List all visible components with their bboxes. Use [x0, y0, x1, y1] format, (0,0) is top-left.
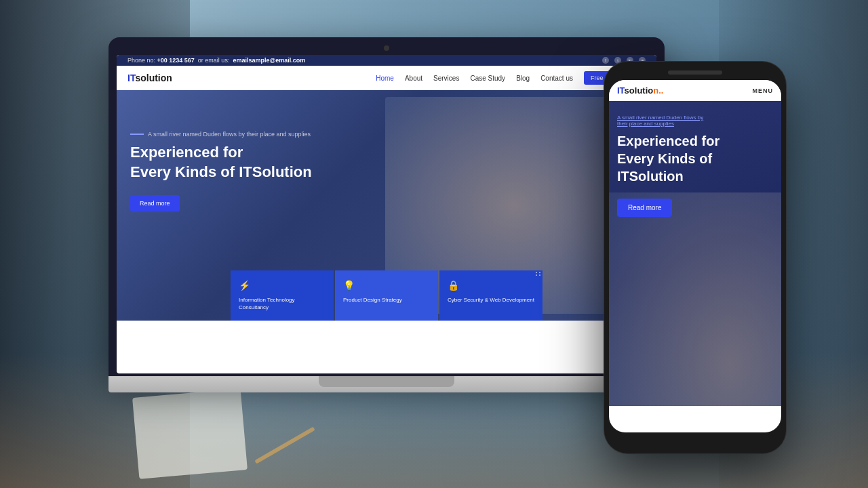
service-cards: ⚡ Information Technology Consultancy 💡 P… — [231, 270, 542, 321]
service-icon-it: ⚡ — [239, 280, 326, 291]
laptop-base — [108, 376, 665, 392]
phone-hero-title: Experienced for Every Kinds of ITSolutio… — [617, 132, 773, 185]
service-icon-security: 🔒 — [448, 280, 534, 291]
service-card-it: ⚡ Information Technology Consultancy — [231, 270, 334, 321]
phone-logo: ITsolution.. — [617, 85, 663, 96]
laptop-readmore-button[interactable]: Read more — [130, 195, 180, 211]
phone-menu-button[interactable]: MENU — [753, 87, 774, 94]
email-address: emailsample@email.com — [233, 57, 305, 64]
phone-hero-image — [609, 192, 781, 406]
phone-hero-content: A small river named Duden flows by their… — [617, 115, 773, 217]
nav-casestudy[interactable]: Case Study — [470, 75, 505, 82]
phone-logo-sol: solutio — [625, 85, 654, 96]
hero-title-line2: Every Kinds of ITSolution — [130, 163, 312, 180]
topbar-phone: Phone no: +00 1234 567 or email us: emai… — [127, 57, 305, 64]
service-title-security: Cyber Security & Web Development — [448, 296, 534, 304]
logo-it: IT — [127, 73, 135, 83]
nav-services[interactable]: Services — [433, 75, 459, 82]
site-topbar: Phone no: +00 1234 567 or email us: emai… — [117, 55, 656, 66]
phone-title-line2: Every Kinds of — [617, 151, 712, 166]
pen-prop — [254, 426, 315, 464]
phone-logo-dots: n.. — [653, 85, 663, 96]
site-nav: ITsolution Home About Services Case Stud… — [117, 66, 656, 90]
phone-readmore-button[interactable]: Read more — [617, 199, 672, 217]
laptop-stand — [319, 376, 454, 387]
phone-outer: ITsolution.. MENU A small river named Du… — [604, 61, 787, 454]
service-card-security: 🔒 Cyber Security & Web Development — [439, 270, 542, 321]
phone-hero: A small river named Duden flows by their… — [609, 101, 781, 406]
site-hero: A small river named Duden flows by their… — [117, 90, 656, 321]
service-title-design: Product Design Strategy — [343, 296, 430, 304]
hero-content: A small river named Duden flows by their… — [130, 131, 347, 211]
phone-subtitle-text2: place and supplies — [629, 121, 674, 127]
laptop-camera — [384, 45, 389, 51]
phone-title-line3: ITSolution — [617, 169, 684, 184]
phone-screen: ITsolution.. MENU A small river named Du… — [609, 80, 781, 432]
nav-contact[interactable]: Contact us — [540, 75, 573, 82]
service-card-design: 💡 Product Design Strategy — [335, 270, 438, 321]
hero-title-line1: Experienced for — [130, 144, 243, 161]
phone-subtitle-text1: A small river named Duden flows by — [617, 115, 703, 121]
site-logo: ITsolution — [127, 73, 172, 83]
phone-notch — [668, 70, 722, 75]
laptop-device: Phone no: +00 1234 567 or email us: emai… — [108, 37, 665, 417]
phone-nav: ITsolution.. MENU — [609, 80, 781, 101]
nav-about[interactable]: About — [405, 75, 422, 82]
phone-title-line1: Experienced for — [617, 134, 719, 148]
phone-subtitle-link: their — [617, 121, 628, 127]
phone-hero-subtitle: A small river named Duden flows by their… — [617, 115, 773, 127]
laptop-screen-outer: Phone no: +00 1234 567 or email us: emai… — [108, 37, 665, 376]
hero-subtitle: A small river named Duden flows by their… — [130, 131, 347, 138]
phone-device: ITsolution.. MENU A small river named Du… — [604, 61, 787, 454]
phone-number: +00 1234 567 — [157, 57, 195, 64]
laptop-screen: Phone no: +00 1234 567 or email us: emai… — [117, 55, 656, 373]
hero-title: Experienced for Every Kinds of ITSolutio… — [130, 143, 347, 182]
service-title-it: Information Technology Consultancy — [239, 296, 326, 311]
nav-home[interactable]: Home — [376, 75, 394, 82]
logo-solution: solution — [135, 73, 172, 83]
phone-logo-it: IT — [617, 85, 625, 96]
nav-blog[interactable]: Blog — [516, 75, 530, 82]
service-icon-design: 💡 — [343, 280, 430, 291]
